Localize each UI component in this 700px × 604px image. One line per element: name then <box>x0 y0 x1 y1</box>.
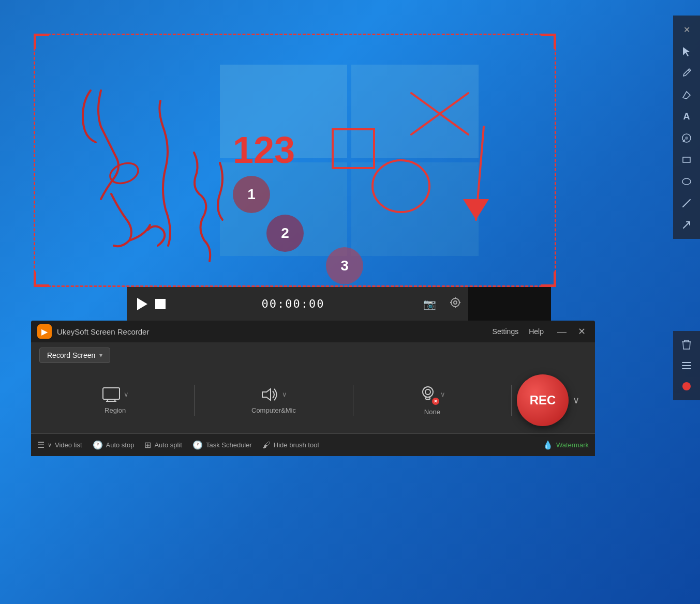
audio-icon-row: ∨ <box>260 387 287 402</box>
circle-1: 1 <box>233 176 270 213</box>
app-logo: ▶ <box>37 324 52 339</box>
title-nav: Settings Help <box>493 327 544 336</box>
controls-row: ∨ Region ∨ Computer&Mic <box>31 367 595 433</box>
video-list-label: Video list <box>55 441 82 449</box>
rec-area: REC ∨ <box>517 374 585 426</box>
audio-control[interactable]: ∨ Computer&Mic <box>200 387 347 414</box>
rectangle-icon <box>681 155 692 165</box>
title-bar: ▶ UkeySoft Screen Recorder Settings Help… <box>31 321 595 342</box>
time-display: 00:00:00 <box>173 297 413 310</box>
svg-marker-24 <box>262 389 271 400</box>
text-icon: A <box>683 111 690 122</box>
divider-2 <box>353 385 353 416</box>
brush-icon <box>681 68 692 78</box>
svg-marker-28 <box>683 47 690 56</box>
camera-x-badge: ✕ <box>432 398 439 405</box>
arrow-icon <box>681 220 692 230</box>
divider-1 <box>194 385 195 416</box>
watermark-label: Watermark <box>556 441 589 449</box>
audio-chevron: ∨ <box>282 390 287 398</box>
arrow-tool-button[interactable] <box>677 215 696 235</box>
circle-2: 2 <box>266 215 304 252</box>
line-tool-button[interactable] <box>677 193 696 213</box>
svg-rect-27 <box>426 397 430 399</box>
trash-button[interactable] <box>677 335 696 355</box>
stop-button[interactable] <box>155 299 166 309</box>
hide-brush-item[interactable]: 🖌 Hide brush tool <box>262 441 319 450</box>
win-grid-cell-1 <box>220 65 347 158</box>
camera-control[interactable]: ✕ ∨ None <box>359 385 506 416</box>
camera-label: None <box>424 408 440 416</box>
camera-icon-row: ✕ ∨ <box>419 385 445 404</box>
svg-point-33 <box>682 178 691 185</box>
svg-point-26 <box>425 389 430 395</box>
right-toolbar: ✕ A <box>673 16 700 239</box>
auto-stop-icon: 🕐 <box>93 440 103 450</box>
svg-rect-20 <box>103 388 120 399</box>
rectangle-tool-button[interactable] <box>677 150 696 170</box>
record-dot-icon <box>682 382 691 391</box>
cursor-tool-button[interactable] <box>677 41 696 61</box>
svg-line-34 <box>683 200 690 207</box>
monitor-icon <box>102 387 121 402</box>
close-toolbar-button[interactable]: ✕ <box>677 20 696 39</box>
settings-menu[interactable]: Settings <box>493 327 519 336</box>
win-grid-cell-4 <box>351 162 479 256</box>
circle-3: 3 <box>326 247 363 284</box>
text-tool-button[interactable]: A <box>677 107 696 126</box>
audio-label: Computer&Mic <box>251 406 296 414</box>
ellipse-tool-button[interactable] <box>677 172 696 191</box>
task-scheduler-item[interactable]: 🕐 Task Scheduler <box>192 440 252 450</box>
record-dot-button[interactable] <box>677 376 696 396</box>
svg-rect-32 <box>683 157 690 162</box>
line-icon <box>681 198 692 208</box>
region-icon-row: ∨ <box>102 387 129 402</box>
toolbar-black-area <box>468 287 551 321</box>
bottom-bar: ☰ ∨ Video list 🕐 Auto stop ⊞ Auto split … <box>31 433 595 456</box>
svg-point-39 <box>682 382 691 390</box>
hide-brush-icon: 🖌 <box>262 441 271 450</box>
rec-button[interactable]: REC <box>517 374 569 426</box>
auto-split-item[interactable]: ⊞ Auto split <box>144 440 182 450</box>
mode-bar: Record Screen ▾ <box>31 342 595 367</box>
eraser-tool-button[interactable] <box>677 85 696 104</box>
rec-chevron[interactable]: ∨ <box>573 395 579 406</box>
trash-icon <box>681 339 692 351</box>
camera-chevron: ∨ <box>440 390 445 398</box>
help-menu[interactable]: Help <box>529 327 544 336</box>
win-grid-cell-2 <box>351 65 479 158</box>
auto-stop-item[interactable]: 🕐 Auto stop <box>93 440 135 450</box>
svg-point-8 <box>451 298 459 307</box>
screenshot-icon[interactable]: 📷 <box>421 295 439 313</box>
app-window: ▶ UkeySoft Screen Recorder Settings Help… <box>31 321 595 456</box>
watermark-icon: 💧 <box>543 440 553 450</box>
play-button[interactable] <box>137 298 147 310</box>
watermark-item[interactable]: 💧 Watermark <box>543 440 589 450</box>
speaker-icon <box>260 387 279 402</box>
video-list-item[interactable]: ☰ ∨ Video list <box>37 440 82 450</box>
eraser-icon <box>681 89 692 100</box>
spotlight-tool-button[interactable] <box>677 128 696 148</box>
hide-brush-label: Hide brush tool <box>274 441 319 449</box>
mode-chevron: ▾ <box>99 352 102 359</box>
task-scheduler-label: Task Scheduler <box>206 441 252 449</box>
svg-point-31 <box>685 137 688 140</box>
svg-point-25 <box>423 387 433 397</box>
app-logo-icon: ▶ <box>41 327 48 337</box>
region-label: Region <box>105 406 126 414</box>
hamburger-button[interactable] <box>677 356 696 375</box>
minimize-button[interactable]: — <box>554 325 570 338</box>
video-list-icon: ☰ <box>37 440 44 450</box>
target-icon[interactable] <box>446 294 464 314</box>
spotlight-icon <box>681 132 692 144</box>
divider-3 <box>511 385 512 416</box>
auto-split-icon: ⊞ <box>144 440 151 450</box>
close-button[interactable]: ✕ <box>575 325 589 338</box>
ellipse-icon <box>681 176 692 187</box>
svg-point-9 <box>454 301 457 304</box>
region-control[interactable]: ∨ Region <box>41 387 189 414</box>
playback-toolbar: 00:00:00 📷 🎨 <box>127 287 551 321</box>
mode-dropdown[interactable]: Record Screen ▾ <box>39 348 110 363</box>
brush-tool-button[interactable] <box>677 63 696 83</box>
video-list-chevron: ∨ <box>48 442 52 448</box>
